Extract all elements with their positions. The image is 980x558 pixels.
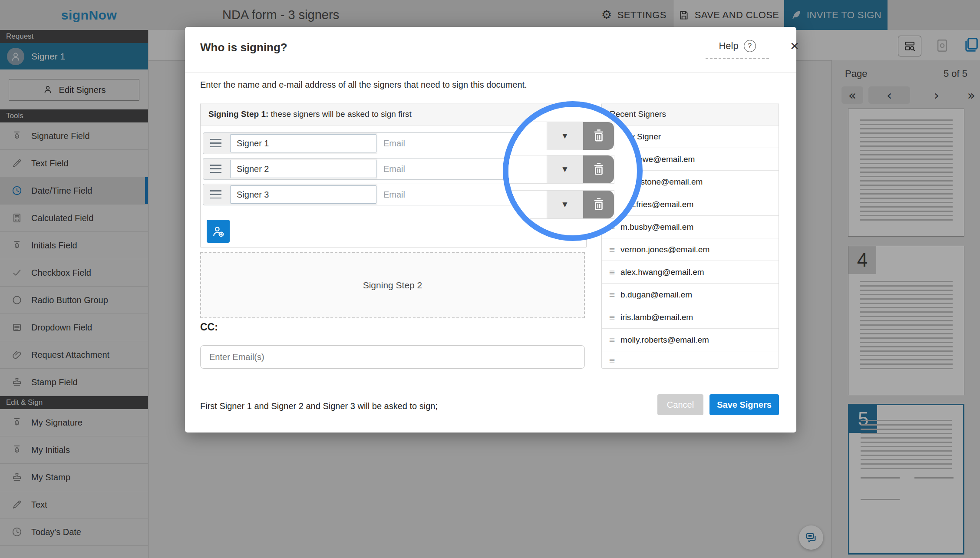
modal-title: Who is signing? xyxy=(200,41,287,54)
recent-signer-label: b.dugan@email.em xyxy=(620,290,692,300)
recent-signer-label: m.busby@email.em xyxy=(620,222,693,232)
help-label: Help xyxy=(719,40,738,52)
who-is-signing-modal: Who is signing? Help ? × Enter the name … xyxy=(185,27,796,433)
recent-signer-item[interactable]: ≡vernon.jones@email.em xyxy=(602,238,779,261)
magnified-signer-row: ▼ xyxy=(503,122,614,150)
recent-signer-label: alex.hwang@email.em xyxy=(620,267,704,277)
magnified-delete-button xyxy=(583,122,614,150)
drag-handle-icon[interactable] xyxy=(210,190,221,198)
step1-title-rest: these signers will be asked to sign firs… xyxy=(268,109,412,119)
signer-name-input[interactable] xyxy=(230,160,376,178)
trash-icon xyxy=(591,128,607,144)
save-signers-button[interactable]: Save Signers xyxy=(709,394,779,415)
magnified-dropdown-cell: ▼ xyxy=(547,191,583,218)
cc-label: CC: xyxy=(200,321,218,333)
recent-signer-item[interactable]: ≡m.busby@email.em xyxy=(602,216,779,238)
drag-handle-icon: ≡ xyxy=(609,290,615,299)
help-link[interactable]: Help ? xyxy=(706,40,769,59)
recent-signer-item[interactable]: ≡molly.roberts@email.em xyxy=(602,329,779,351)
drag-handle-icon: ≡ xyxy=(609,335,615,344)
recent-signer-label: vernon.jones@email.em xyxy=(620,245,709,254)
signing-order-note: First Signer 1 and Signer 2 and Signer 3… xyxy=(200,401,438,411)
cancel-button[interactable]: Cancel xyxy=(657,394,703,415)
modal-description: Enter the name and e-mail address of all… xyxy=(200,80,527,90)
drag-handle-icon[interactable] xyxy=(210,165,221,173)
recent-signer-label: molly.roberts@email.em xyxy=(620,335,709,345)
magnifier-highlight-circle: ▼ ▼ ▼ xyxy=(503,101,643,241)
add-person-icon xyxy=(211,225,225,238)
magnified-dropdown-cell: ▼ xyxy=(547,155,583,183)
drag-handle-icon: ≡ xyxy=(609,313,615,322)
close-button[interactable]: × xyxy=(790,38,799,53)
drag-handle-icon[interactable] xyxy=(210,139,221,147)
cc-email-input[interactable] xyxy=(200,345,585,369)
signing-step-2-label: Signing Step 2 xyxy=(363,280,422,291)
signer-name-input[interactable] xyxy=(230,185,376,204)
magnified-delete-button xyxy=(583,191,614,218)
trash-icon xyxy=(591,197,607,212)
magnified-email-cell xyxy=(503,155,547,183)
recent-signer-item[interactable]: ≡iris.lamb@email.em xyxy=(602,306,779,329)
modal-footer-divider xyxy=(185,391,796,391)
add-signer-button[interactable] xyxy=(207,220,230,243)
recent-signer-item[interactable]: ≡b.dugan@email.em xyxy=(602,284,779,306)
drag-handle-icon: ≡ xyxy=(609,356,615,365)
app-screen: signNow NDA form - 3 signers ⚙ SETTINGS … xyxy=(0,0,980,558)
recent-signers-header: Recent Signers xyxy=(602,103,779,125)
signer-name-input[interactable] xyxy=(230,134,376,152)
trash-icon xyxy=(591,162,607,177)
recent-signer-label: iris.lamb@email.em xyxy=(620,313,693,322)
signing-step-2-dropzone[interactable]: Signing Step 2 xyxy=(200,252,585,318)
magnified-delete-button xyxy=(583,155,614,183)
step1-title-bold: Signing Step 1: xyxy=(208,109,268,119)
recent-signer-item-empty[interactable]: ≡ xyxy=(602,351,779,369)
help-question-icon: ? xyxy=(744,40,756,52)
magnified-signer-row: ▼ xyxy=(503,155,614,184)
magnified-dropdown-cell: ▼ xyxy=(547,122,583,150)
recent-signer-item[interactable]: ≡alex.hwang@email.em xyxy=(602,261,779,284)
drag-handle-icon: ≡ xyxy=(609,245,615,254)
magnified-signer-row: ▼ xyxy=(503,190,614,219)
drag-handle-icon: ≡ xyxy=(609,267,615,277)
modal-header-divider xyxy=(185,73,796,73)
